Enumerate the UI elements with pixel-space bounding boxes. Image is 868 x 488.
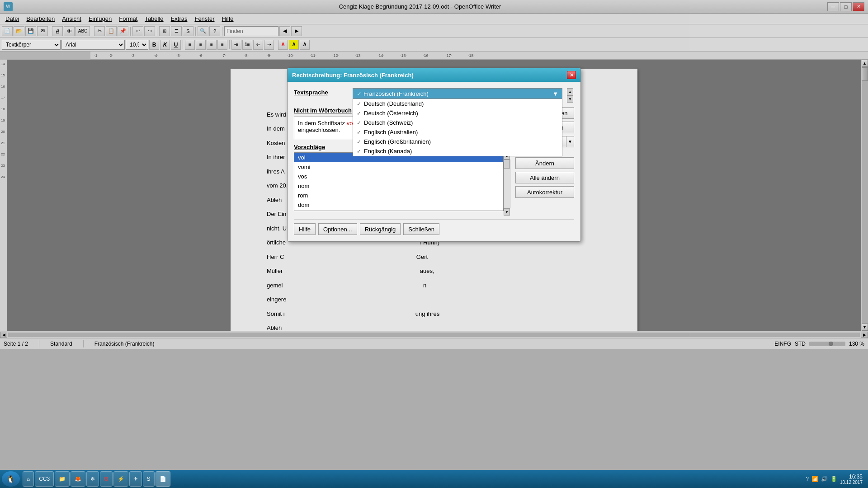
taskbar-skype[interactable]: S bbox=[143, 471, 155, 487]
taskbar-battery-icon: 🔋 bbox=[830, 476, 837, 482]
schliessen-button[interactable]: Schließen bbox=[403, 223, 439, 235]
clock-date: 10.12.2017 bbox=[840, 480, 863, 485]
taskbar-app1[interactable]: ❄ bbox=[86, 471, 99, 487]
hilfe-button[interactable]: Hilfe bbox=[294, 223, 316, 235]
dialog-title-bar: Rechtschreibung: Französisch (Frankreich… bbox=[288, 68, 580, 82]
lang-item-3[interactable]: ✓ Englisch (Australien) bbox=[353, 127, 562, 137]
suggestion-item-3[interactable]: nom bbox=[294, 181, 503, 191]
taskbar-app4[interactable]: ✈ bbox=[129, 471, 142, 487]
taskbar-app2[interactable]: G bbox=[100, 471, 112, 487]
dialog-close-button[interactable]: ✕ bbox=[567, 71, 576, 79]
lang-check-1: ✓ bbox=[357, 110, 361, 117]
spellcheck-dialog: Rechtschreibung: Französisch (Frankreich… bbox=[287, 68, 581, 242]
suggestion-item-5[interactable]: dom bbox=[294, 200, 503, 210]
language-selected[interactable]: ✓ Französisch (Frankreich) ▼ bbox=[353, 88, 562, 99]
lang-item-2[interactable]: ✓ Deutsch (Schweiz) bbox=[353, 118, 562, 127]
lang-check-4: ✓ bbox=[357, 139, 361, 145]
suggestions-list[interactable]: vol vomi vos nom rom dom bbox=[294, 152, 504, 211]
alle-aendern-button[interactable]: Alle ändern bbox=[515, 172, 574, 183]
lang-item-5[interactable]: ✓ Englisch (Kanada) bbox=[353, 146, 562, 156]
dropdown-arrow-icon: ▼ bbox=[552, 90, 558, 97]
lang-scrollbar: ▲ ▼ bbox=[567, 88, 574, 103]
taskbar: 🐧 ⌂ CC3 📁 🦊 ❄ G ⚡ ✈ S 📄 ? 📶 🔊 🔋 16:35 10… bbox=[0, 470, 868, 488]
lang-item-0[interactable]: ✓ Deutsch (Deutschland) bbox=[353, 99, 562, 108]
taskbar-wifi-icon: 📶 bbox=[811, 476, 818, 482]
lang-item-1[interactable]: ✓ Deutsch (Österreich) bbox=[353, 108, 562, 118]
start-button[interactable]: 🐧 bbox=[2, 471, 20, 487]
clock-time: 16:35 bbox=[840, 474, 863, 480]
taskbar-firefox[interactable]: 🦊 bbox=[71, 471, 85, 487]
suggestion-item-1[interactable]: vomi bbox=[294, 162, 503, 172]
taskbar-home[interactable]: ⌂ bbox=[23, 471, 34, 487]
language-dropdown[interactable]: ✓ Französisch (Frankreich) ▼ ✓ Deutsch (… bbox=[353, 88, 562, 99]
taskbar-files[interactable]: 📁 bbox=[55, 471, 70, 487]
suggestions-area: vol vomi vos nom rom dom ▲ ▼ bbox=[294, 152, 511, 216]
lang-check-0: ✓ bbox=[357, 101, 361, 107]
suggestions-scrollbar: ▲ ▼ bbox=[504, 152, 511, 216]
lang-scroll-down[interactable]: ▼ bbox=[567, 95, 573, 103]
textsprache-row: Textsprache ✓ Französisch (Frankreich) ▼… bbox=[294, 88, 574, 103]
sugg-scroll-down[interactable]: ▼ bbox=[504, 208, 510, 216]
taskbar-clock: 16:35 10.12.2017 bbox=[840, 474, 863, 485]
rueckgaengig-button[interactable]: Rückgängig bbox=[360, 223, 401, 235]
dialog-overlay: Rechtschreibung: Französisch (Frankreich… bbox=[0, 0, 868, 470]
dialog-bottom-buttons: Hilfe Optionen... Rückgängig Schließen bbox=[294, 219, 574, 235]
suggestion-item-2[interactable]: vos bbox=[294, 172, 503, 181]
autokorrektur-button[interactable]: Autokorrektur bbox=[515, 186, 574, 198]
dialog-title: Rechtschreibung: Französisch (Frankreich… bbox=[292, 72, 414, 79]
taskbar-sound-icon: 🔊 bbox=[821, 476, 828, 482]
lang-check-3: ✓ bbox=[357, 129, 361, 136]
taskbar-writer[interactable]: 📄 bbox=[156, 471, 170, 487]
textsprache-label: Textsprache bbox=[294, 88, 348, 96]
suggestion-item-4[interactable]: rom bbox=[294, 191, 503, 200]
lang-check-2: ✓ bbox=[357, 120, 361, 126]
optionen-button[interactable]: Optionen... bbox=[318, 223, 357, 235]
taskbar-right: ? 📶 🔊 🔋 16:35 10.12.2017 bbox=[806, 474, 866, 485]
taskbar-cc3[interactable]: CC3 bbox=[35, 471, 54, 487]
taskbar-app3[interactable]: ⚡ bbox=[113, 471, 128, 487]
taskbar-icon-help: ? bbox=[806, 476, 809, 482]
lang-check-5: ✓ bbox=[357, 148, 361, 155]
sugg-scroll-track bbox=[504, 160, 511, 208]
dialog-body: Textsprache ✓ Französisch (Frankreich) ▼… bbox=[288, 82, 580, 241]
language-list: ✓ Deutsch (Deutschland) ✓ Deutsch (Öster… bbox=[353, 99, 562, 156]
lang-scroll-up[interactable]: ▲ bbox=[567, 88, 573, 95]
aendern-button[interactable]: Ändern bbox=[515, 157, 574, 169]
sugg-scroll-thumb[interactable] bbox=[504, 160, 510, 169]
hinzufuegen-arrow-button[interactable]: ▼ bbox=[566, 136, 574, 147]
lang-item-4[interactable]: ✓ Englisch (Großbritannien) bbox=[353, 137, 562, 146]
